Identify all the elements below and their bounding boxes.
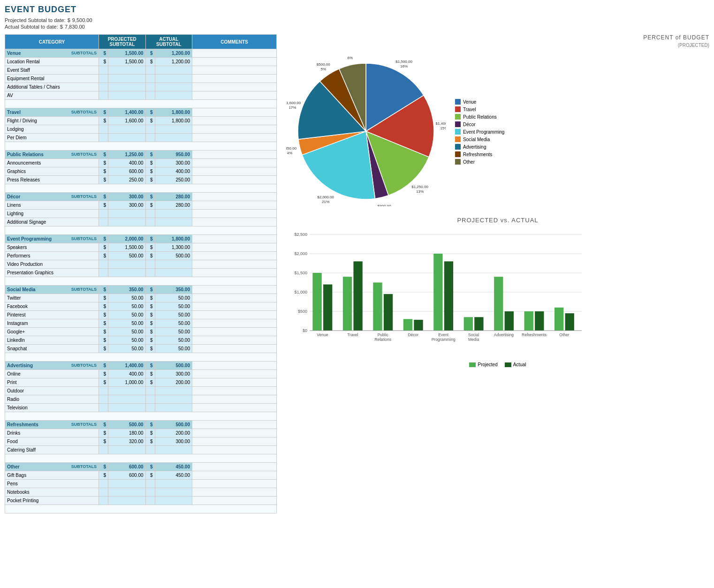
col-header-actual: ACTUALSUBTOTAL [145,35,192,49]
item-name: Drinks [5,429,99,437]
item-name: Pinterest [5,311,99,319]
item-name: Twitter [5,294,99,302]
item-act-dollar: $ [145,243,155,252]
projected-dollar: $ [99,421,108,429]
budget-table-panel: CATEGORY PROJECTEDSUBTOTAL ACTUALSUBTOTA… [5,34,277,513]
table-row: LinkedIn $ 50.00 $ 50.00 [5,336,277,345]
item-act-val [155,134,192,142]
item-comment [192,395,277,404]
item-name: Online [5,370,99,378]
actual-subtotal-val: 350.00 [155,286,192,294]
item-proj-dollar: $ [99,378,108,387]
category-name: Travel SUBTOTALS [5,108,99,117]
actual-subtotal-val: 450.00 [155,463,192,471]
item-proj-dollar [99,75,108,83]
item-proj-dollar: $ [99,201,108,210]
item-proj-val [108,488,146,497]
actual-dollar: $ [145,421,155,429]
table-row: Snapchat $ 50.00 $ 50.00 [5,345,277,353]
table-row: Graphics $ 600.00 $ 400.00 [5,167,277,176]
item-name: Snapchat [5,345,99,353]
item-act-val: 50.00 [155,294,192,302]
item-name: Pocket Printing [5,497,99,505]
item-act-val [155,480,192,488]
svg-text:$2,500: $2,500 [294,232,307,237]
bar-actual-advertising [505,311,514,331]
svg-text:$0: $0 [303,328,307,333]
category-header-row: Advertising SUBTOTALS $ 1,400.00 $ 500.0… [5,362,277,370]
projected-subtotal-val: 2,000.00 [108,235,146,243]
pie-chart-canvas: $1,500.0016%$1,400.0015%$1,250.0013%$300… [286,56,446,207]
table-row: Pens [5,480,277,488]
item-name: Radio [5,395,99,404]
table-row: Linens $ 300.00 $ 280.00 [5,201,277,210]
item-act-val: 50.00 [155,302,192,311]
item-name: Speakers [5,243,99,252]
category-header-row: Social Media SUBTOTALS $ 350.00 $ 350.00 [5,286,277,294]
item-act-val: 1,300.00 [155,243,192,252]
legend-item-venue: Venue [455,99,504,105]
item-proj-val [108,125,146,134]
bar-actual-travel [353,261,362,331]
item-comment [192,471,277,480]
actual-dollar: $ [145,286,155,294]
item-proj-val: 500.00 [108,252,146,260]
item-proj-val: 250.00 [108,176,146,184]
legend-item-refreshments: Refreshments [455,151,504,157]
category-header-row: Travel SUBTOTALS $ 1,400.00 $ 1,800.00 [5,108,277,117]
item-proj-val [108,269,146,277]
item-comment [192,58,277,66]
legend-color [455,114,461,120]
bar-actual-social-media [474,317,483,331]
item-comment [192,159,277,167]
item-act-dollar [145,218,155,226]
bar-x-label: Décor [408,332,418,337]
item-name: Video Production [5,260,99,269]
svg-text:$1,500: $1,500 [294,271,307,275]
bar-legend-projected: Projected [478,362,497,367]
legend-color [455,121,461,127]
item-proj-dollar [99,387,108,395]
item-act-val [155,446,192,454]
item-act-dollar: $ [145,167,155,176]
item-name: Notebooks [5,488,99,497]
item-comment [192,260,277,269]
item-proj-dollar [99,125,108,134]
comments-cell [192,463,277,471]
item-proj-val [108,66,146,75]
projected-subtotal-val: 1,400.00 [108,108,146,117]
legend-color [455,159,461,165]
bar-x-label: SocialMedia [468,332,479,342]
legend-item-public-relations: Public Relations [455,114,504,120]
projected-dollar: $ [99,463,108,471]
item-proj-val: 320.00 [108,437,146,446]
bar-chart-section: PROJECTED vs. ACTUAL $0$500$1,000$1,500$… [286,217,709,367]
item-act-val [155,125,192,134]
item-comment [192,125,277,134]
bar-projected-public-relations [373,283,382,331]
projected-dollar: $ [99,193,108,201]
item-proj-dollar: $ [99,471,108,480]
item-name: Graphics [5,167,99,176]
item-act-dollar [145,83,155,91]
pie-label-travel: $1,400.0015% [436,121,446,130]
item-comment [192,345,277,353]
item-act-dollar [145,404,155,412]
bar-projected-venue [312,273,321,331]
item-proj-val: 1,500.00 [108,58,146,66]
item-act-dollar [145,395,155,404]
item-proj-val: 400.00 [108,159,146,167]
actual-subtotal-val: 1,800.00 [155,108,192,117]
table-row: Pocket Printing [5,497,277,505]
item-comment [192,117,277,125]
table-row: Pinterest $ 50.00 $ 50.00 [5,311,277,319]
item-proj-val [108,404,146,412]
item-name: Television [5,404,99,412]
bar-actual-event-programming [444,261,453,331]
item-proj-dollar: $ [99,437,108,446]
item-act-dollar: $ [145,58,155,66]
item-name: Facebook [5,302,99,311]
item-proj-dollar [99,260,108,269]
item-act-dollar [145,134,155,142]
table-row: Drinks $ 180.00 $ 200.00 [5,429,277,437]
